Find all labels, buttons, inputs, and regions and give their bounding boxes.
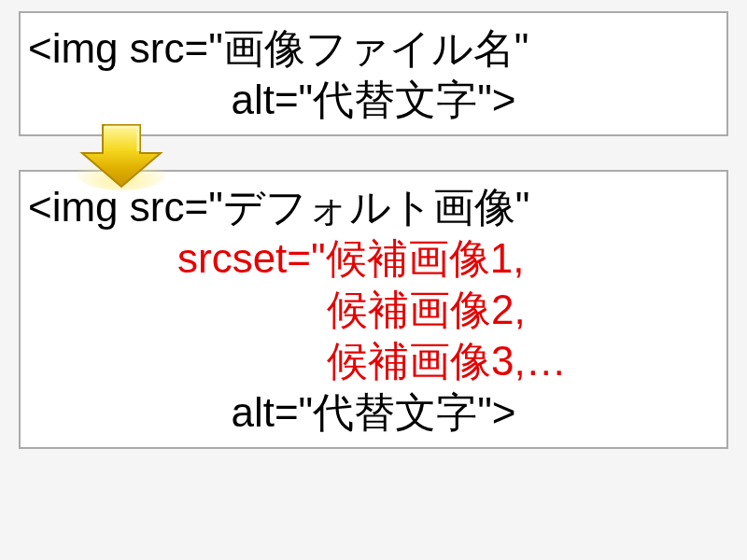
code-line-srcset: 候補画像3,… [28, 335, 719, 386]
srcset-img-tag-box: <img src="デフォルト画像" srcset="候補画像1, 候補画像2,… [19, 170, 728, 449]
code-line-srcset: srcset="候補画像1, [28, 232, 719, 284]
down-arrow-icon [75, 118, 168, 192]
code-line-srcset: 候補画像2, [28, 284, 719, 335]
code-line: <img src="画像ファイル名" [28, 22, 719, 74]
code-line: alt="代替文字"> [28, 386, 719, 438]
arrow-container [19, 134, 728, 172]
